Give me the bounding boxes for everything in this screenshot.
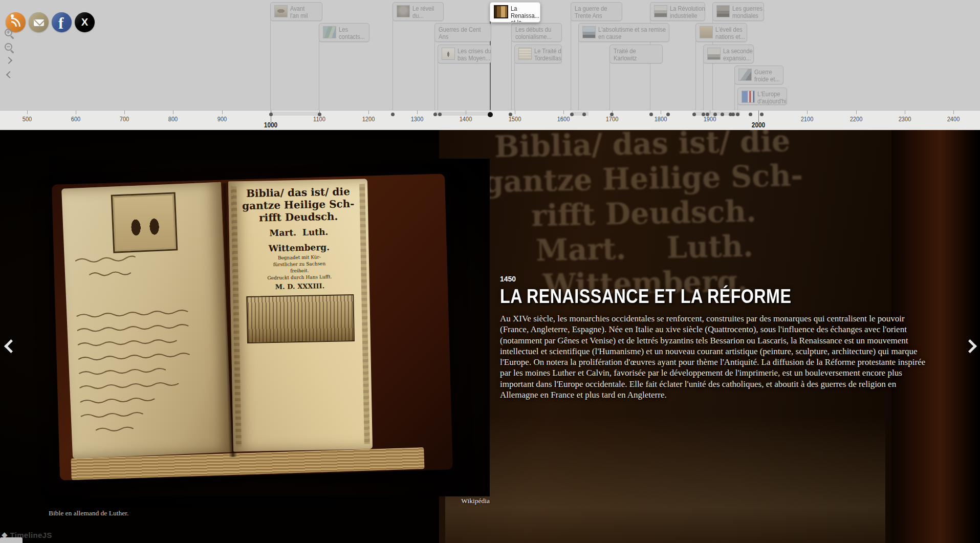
axis-event-dot[interactable] — [731, 113, 735, 116]
blackletter-line: Gedruckt durch Hans Lufft. — [267, 274, 332, 281]
event-stem — [578, 41, 579, 110]
event-label: Les guerresmondiales — [732, 5, 763, 19]
event-label: L'éveil desnations et... — [715, 26, 745, 40]
axis-event-dot[interactable] — [433, 113, 437, 116]
city-thumbnail-icon — [707, 48, 721, 60]
timeline-event-avant-lan-mil[interactable]: Avantl'an mil — [270, 2, 322, 21]
axis-tick-label: 1800 — [655, 115, 667, 123]
scroll-left-icon[interactable] — [6, 71, 13, 78]
timeline-app: f X + − Avantl'an milLe réveildu...LaRen… — [0, 0, 980, 543]
axis-tick — [807, 111, 808, 114]
axis-event-dot[interactable] — [702, 113, 705, 116]
x-twitter-icon[interactable]: X — [75, 12, 95, 32]
blackletter-line: Mart. Luth. — [269, 226, 328, 239]
slide-date: 1450 — [500, 275, 932, 283]
axis-event-dot[interactable] — [488, 112, 493, 117]
email-icon[interactable] — [29, 12, 49, 32]
timeline-event-europe-daujourdhui[interactable]: L'Europed'aujourd'hi — [737, 88, 787, 105]
axis-tick-label: 1900 — [703, 115, 716, 123]
social-share-bar: f X — [6, 12, 95, 32]
axis-tick — [515, 111, 515, 114]
axis-tick-label: 800 — [168, 115, 178, 123]
axis-event-dot[interactable] — [269, 113, 273, 116]
timeline-event-revolution-industrielle[interactable]: La Révolutionindustrielle — [650, 2, 705, 21]
event-stem — [703, 62, 704, 110]
blackletter-line: freiheit. — [290, 268, 309, 274]
event-label: Avantl'an mil — [290, 5, 308, 19]
axis-event-dot[interactable] — [610, 113, 614, 116]
axis-event-dot[interactable] — [666, 113, 670, 116]
timeline-event-les-guerres-mondiales[interactable]: Les guerresmondiales — [712, 2, 764, 21]
axis-event-dot[interactable] — [391, 113, 395, 116]
timeline-event-la-seconde-expansion[interactable]: La secondeexpansio... — [703, 45, 754, 63]
axis-tick-label: 700 — [120, 115, 129, 123]
zoom-out-icon[interactable]: − — [5, 43, 15, 53]
timelinejs-watermark-pill — [0, 537, 23, 543]
media-credit[interactable]: Wikipédia — [49, 497, 490, 505]
document-thumbnail-icon — [518, 48, 532, 60]
slide-body-text: Au XIVe siècle, les monarchies occidenta… — [500, 313, 932, 400]
axis-event-dot[interactable] — [760, 113, 764, 116]
axis-event-dot[interactable] — [570, 113, 574, 116]
timeline-event-eveil-des-nations[interactable]: L'éveil desnations et... — [695, 23, 747, 42]
axis-tick-label: 1000 — [264, 121, 277, 129]
axis-tick — [222, 111, 223, 114]
axis-tick — [563, 111, 564, 114]
blackletter-line: Wittemberg. — [269, 241, 330, 254]
timeline-event-traite-de-karlowitz[interactable]: Traité deKarlowitz — [609, 45, 663, 63]
facebook-icon[interactable]: f — [52, 12, 72, 32]
factory-thumbnail-icon — [654, 5, 667, 17]
axis-event-dot[interactable] — [736, 113, 739, 116]
axis-event-dot[interactable] — [749, 113, 752, 116]
axis-tick — [710, 111, 710, 114]
axis-tick — [124, 111, 125, 114]
event-stem — [737, 104, 738, 110]
event-label: Les crises dubas Moyen... — [458, 48, 491, 61]
timeline-event-guerre-froide[interactable]: Guerrefroide et... — [734, 66, 783, 84]
event-label: L'absolutisme et sa remiseen cause — [598, 26, 666, 40]
timeline-event-traite-de-tordesillas[interactable]: Le Traité deTordesillas — [514, 45, 562, 63]
scroll-right-icon[interactable] — [5, 57, 12, 64]
map-thumbnail-icon — [323, 26, 336, 38]
zoom-in-icon[interactable]: + — [5, 29, 15, 39]
timeline-event-guerres-de-cent-ans[interactable]: Guerres de CentAns — [434, 23, 491, 42]
event-label: Guerrefroide et... — [754, 69, 780, 82]
next-slide-arrow-icon[interactable] — [963, 338, 974, 353]
timeline-event-absolutisme-et-sa-remise-en-cause[interactable]: L'absolutisme et sa remiseen cause — [578, 23, 669, 42]
timeline-navigation[interactable]: f X + − Avantl'an milLe réveildu...LaRen… — [0, 0, 980, 110]
axis-tick — [27, 111, 28, 114]
event-stem — [511, 41, 512, 110]
background-engraving-decoration — [445, 416, 885, 543]
event-label: Le réveildu... — [412, 5, 434, 19]
axis-event-dot[interactable] — [721, 113, 724, 116]
timeline-event-guerre-de-trente-ans[interactable]: La guerre deTrente Ans — [571, 2, 622, 21]
axis-tick-label: 2000 — [752, 121, 765, 129]
timeline-event-le-reveil-du[interactable]: Le réveildu... — [393, 2, 444, 21]
axis-tick — [856, 111, 857, 114]
media-caption: Bible en allemand de Luther. — [49, 509, 128, 517]
event-label: L'Europed'aujourd'hi — [757, 91, 786, 104]
axis-event-dot[interactable] — [318, 113, 321, 116]
blackletter-line: M. D. XXXIII. — [275, 281, 325, 292]
event-stem — [434, 41, 435, 110]
engraving2-thumbnail-icon — [700, 26, 713, 38]
axis-event-dot[interactable] — [692, 113, 696, 116]
axis-event-dot[interactable] — [713, 113, 717, 116]
axis-tick-label: 2100 — [801, 115, 814, 123]
x-glyph-icon: X — [75, 12, 95, 32]
event-label: La Révolutionindustrielle — [670, 5, 705, 19]
axis-tick-label: 1500 — [508, 115, 521, 123]
timeline-event-crises-du-bas-moyen-age[interactable]: Les crises dubas Moyen... — [438, 45, 491, 63]
event-stem — [695, 41, 696, 110]
axis-tick-label: 1700 — [606, 115, 619, 123]
timeline-axis[interactable]: 5006007008009001000110012001300140015001… — [0, 110, 980, 130]
envelope-glyph-icon — [34, 19, 44, 26]
bible-thumbnail-icon — [494, 5, 508, 18]
axis-event-dot[interactable] — [649, 113, 653, 116]
previous-slide-arrow-icon[interactable] — [4, 338, 15, 353]
timeline-event-les-contacts[interactable]: Lescontacts... — [319, 23, 369, 42]
timeline-event-la-renaissance[interactable]: LaRenaissa...et la — [490, 2, 540, 23]
axis-tick — [417, 111, 418, 114]
timeline-event-debuts-du-colonialisme[interactable]: Les débuts ducolonialisme... — [511, 23, 562, 42]
engraving-thumbnail-icon — [442, 48, 455, 60]
